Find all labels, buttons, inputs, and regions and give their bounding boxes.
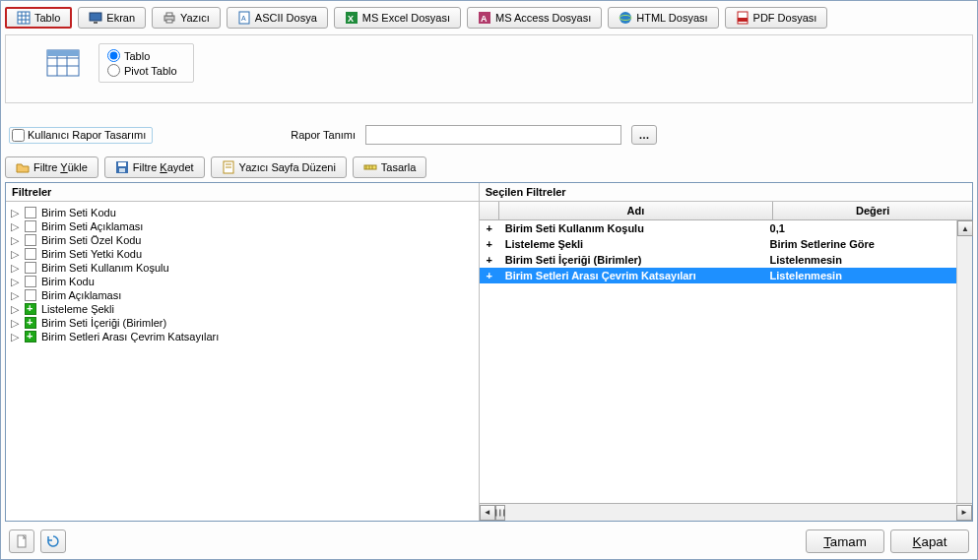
report-def-row: Kullanıcı Rapor Tasarımı Rapor Tanımı … xyxy=(5,121,973,156)
html-icon xyxy=(619,11,632,25)
selected-filter-value: Listelenmesin xyxy=(764,268,956,283)
filter-toolbar: Filtre Yükle Filtre Kaydet Yazıcı Sayfa … xyxy=(5,156,973,182)
expand-icon[interactable]: ▷ xyxy=(10,235,20,245)
expand-icon[interactable]: ▷ xyxy=(10,277,20,286)
output-ascii-button[interactable]: A ASCII Dosya xyxy=(227,7,328,29)
filter-tree-item[interactable]: ▷Birim Seti Açıklaması xyxy=(8,219,477,233)
status-empty-icon xyxy=(25,220,36,232)
report-def-input[interactable] xyxy=(365,125,621,145)
output-excel-button[interactable]: X MS Excel Dosyası xyxy=(334,7,461,29)
printer-page-layout-button[interactable]: Yazıcı Sayfa Düzeni xyxy=(211,156,347,178)
expand-icon[interactable]: ▷ xyxy=(10,332,20,342)
filter-item-label: Birim Kodu xyxy=(41,276,95,287)
output-ekran-button[interactable]: Ekran xyxy=(78,7,146,29)
selected-filter-name: Birim Seti Kullanım Koşulu xyxy=(499,220,764,236)
expand-icon[interactable]: ▷ xyxy=(10,318,20,328)
output-access-button[interactable]: A MS Access Dosyası xyxy=(467,7,602,29)
filter-tree-item[interactable]: ▷Birim Kodu xyxy=(8,275,477,288)
refresh-button[interactable] xyxy=(40,529,66,553)
report-dialog: Tablo Ekran Yazıcı A ASCII Dosya X MS Ex… xyxy=(0,0,978,560)
svg-rect-9 xyxy=(166,20,172,23)
filters-panel: Filtreler ▷Birim Seti Kodu▷Birim Seti Aç… xyxy=(5,182,973,522)
status-empty-icon xyxy=(25,289,36,301)
scroll-right-button[interactable]: ► xyxy=(956,505,972,521)
grid-header-value[interactable]: Değeri xyxy=(773,202,972,219)
selected-filter-value: Birim Setlerine Göre xyxy=(764,236,956,252)
expand-plus-icon[interactable]: + xyxy=(480,252,499,268)
ruler-icon xyxy=(363,160,377,174)
expand-plus-icon[interactable]: + xyxy=(480,268,499,283)
selected-filter-row[interactable]: +Listeleme ŞekliBirim Setlerine Göre xyxy=(480,236,956,252)
output-html-button[interactable]: HTML Dosyası xyxy=(608,7,718,29)
screen-icon xyxy=(89,11,102,25)
ok-button[interactable]: Tamam xyxy=(806,529,884,553)
selected-filters-grid-body[interactable]: +Birim Seti Kullanım Koşulu0,1+Listeleme… xyxy=(480,220,956,503)
filter-tree-item[interactable]: ▷Birim Seti Özel Kodu xyxy=(8,233,477,247)
filter-tree-item[interactable]: ▷Birim Seti Kullanım Koşulu xyxy=(8,261,477,275)
vertical-scrollbar[interactable]: ▲ xyxy=(956,220,972,503)
filter-item-label: Birim Seti Özel Kodu xyxy=(41,234,141,246)
filter-tree-item[interactable]: ▷Birim Seti Yetki Kodu xyxy=(8,247,477,261)
save-icon xyxy=(115,160,129,174)
filter-item-label: Birim Seti Kullanım Koşulu xyxy=(41,262,169,274)
view-mode-tablo[interactable]: Tablo xyxy=(107,48,177,63)
selected-filter-row[interactable]: +Birim Setleri Arası Çevrim KatsayılarıL… xyxy=(480,268,956,283)
user-design-checkbox-wrap[interactable]: Kullanıcı Rapor Tasarımı xyxy=(9,127,153,144)
status-green-icon xyxy=(25,317,36,329)
svg-rect-0 xyxy=(18,12,30,24)
filter-tree-item[interactable]: ▷Birim Setleri Arası Çevrim Katsayıları xyxy=(8,330,477,343)
svg-text:X: X xyxy=(348,14,354,24)
table-large-icon xyxy=(45,48,81,78)
filter-tree-item[interactable]: ▷Birim Seti İçeriği (Birimler) xyxy=(8,316,477,330)
design-button[interactable]: Tasarla xyxy=(353,156,426,178)
scroll-up-button[interactable]: ▲ xyxy=(957,220,973,236)
svg-rect-28 xyxy=(119,168,125,172)
filter-load-button[interactable]: Filtre Yükle xyxy=(5,156,98,178)
expand-icon[interactable]: ▷ xyxy=(10,249,20,259)
horizontal-scrollbar[interactable]: ◄ ┃┃┃ ► xyxy=(480,503,972,521)
filter-tree-item[interactable]: ▷Birim Seti Kodu xyxy=(8,206,477,219)
dialog-footer: Tamam Kapat xyxy=(5,522,973,555)
user-design-label: Kullanıcı Rapor Tasarımı xyxy=(28,129,146,141)
view-mode-pivot[interactable]: Pivot Tablo xyxy=(107,63,177,78)
output-tablo-button[interactable]: Tablo xyxy=(5,7,72,29)
expand-icon[interactable]: ▷ xyxy=(10,290,20,300)
refresh-icon xyxy=(46,534,60,548)
table-icon xyxy=(17,11,31,25)
report-def-browse-button[interactable]: … xyxy=(631,125,657,145)
output-pdf-button[interactable]: PDF Dosyası xyxy=(725,7,828,29)
expand-plus-icon[interactable]: + xyxy=(480,236,499,252)
view-mode-tablo-radio[interactable] xyxy=(107,49,120,62)
scroll-left-button[interactable]: ◄ xyxy=(480,505,495,521)
status-green-icon xyxy=(25,303,36,315)
status-empty-icon xyxy=(25,276,36,287)
expand-icon[interactable]: ▷ xyxy=(10,263,20,273)
filters-tree[interactable]: ▷Birim Seti Kodu▷Birim Seti Açıklaması▷B… xyxy=(6,202,479,521)
selected-filter-name: Birim Seti İçeriği (Birimler) xyxy=(499,252,764,268)
grid-header-name[interactable]: Adı xyxy=(499,202,774,219)
selected-filter-value: Listelenmesin xyxy=(764,252,956,268)
filters-tree-pane: Filtreler ▷Birim Seti Kodu▷Birim Seti Aç… xyxy=(6,183,480,521)
scroll-thumb[interactable]: ┃┃┃ xyxy=(495,505,505,521)
filter-save-button[interactable]: Filtre Kaydet xyxy=(104,156,205,178)
filter-tree-item[interactable]: ▷Listeleme Şekli xyxy=(8,302,477,316)
filters-tree-header: Filtreler xyxy=(6,183,479,202)
svg-point-16 xyxy=(619,12,631,24)
expand-icon[interactable]: ▷ xyxy=(10,304,20,314)
expand-plus-icon[interactable]: + xyxy=(480,220,499,236)
status-empty-icon xyxy=(25,234,36,246)
expand-icon[interactable]: ▷ xyxy=(10,208,20,218)
close-button[interactable]: Kapat xyxy=(890,529,969,553)
filter-item-label: Birim Seti Açıklaması xyxy=(41,220,143,232)
status-empty-icon xyxy=(25,248,36,260)
output-yazici-button[interactable]: Yazıcı xyxy=(152,7,221,29)
filter-item-label: Birim Seti Yetki Kodu xyxy=(41,248,142,260)
filter-tree-item[interactable]: ▷Birim Açıklaması xyxy=(8,288,477,302)
selected-filter-row[interactable]: +Birim Seti Kullanım Koşulu0,1 xyxy=(480,220,956,236)
output-excel-label: MS Excel Dosyası xyxy=(362,12,450,24)
user-design-checkbox[interactable] xyxy=(12,129,25,142)
view-mode-pivot-radio[interactable] xyxy=(107,64,120,77)
new-page-button[interactable] xyxy=(9,529,34,553)
selected-filter-row[interactable]: +Birim Seti İçeriği (Birimler)Listelenme… xyxy=(480,252,956,268)
expand-icon[interactable]: ▷ xyxy=(10,221,20,231)
